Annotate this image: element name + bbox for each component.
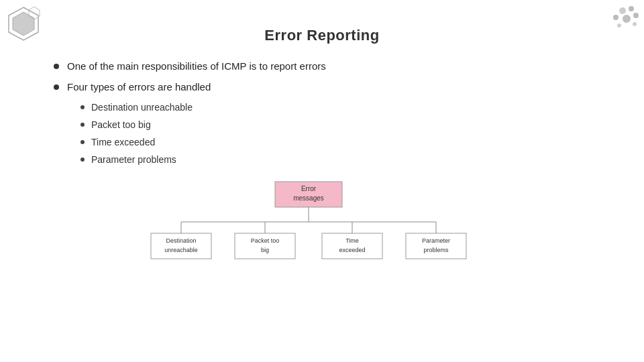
bullet-1-text: One of the main responsibilities of ICMP… (67, 60, 326, 72)
svg-point-3 (619, 7, 626, 14)
svg-text:messages: messages (293, 194, 324, 202)
bullet-2-text: Four types of errors are handled (67, 81, 211, 93)
sub-bullet-4: Parameter problems (80, 154, 604, 165)
sub-bullets: Destination unreachable Packet too big T… (54, 102, 604, 165)
svg-text:Time: Time (345, 237, 359, 244)
slide: Error Reporting One of the main responsi… (0, 0, 644, 362)
sub-text-1: Destination unreachable (91, 102, 193, 113)
svg-text:Error: Error (301, 185, 317, 192)
sub-text-4: Parameter problems (91, 154, 176, 165)
svg-point-7 (623, 15, 631, 23)
error-diagram: Error messages Destination unreachable P… (148, 178, 496, 265)
dots-decoration-top-right (602, 5, 636, 39)
svg-point-8 (633, 22, 637, 26)
slide-title: Error Reporting (40, 27, 604, 44)
sub-bullet-1: Destination unreachable (80, 102, 604, 113)
sub-bullet-3: Time exceeded (80, 137, 604, 147)
bullet-2-dot (54, 84, 59, 90)
svg-text:Packet too: Packet too (251, 237, 280, 244)
svg-text:big: big (261, 247, 269, 253)
svg-point-4 (629, 6, 634, 11)
svg-point-5 (633, 13, 639, 18)
svg-text:problems: problems (423, 247, 449, 253)
svg-text:Destination: Destination (166, 237, 196, 244)
svg-text:exceeded: exceeded (339, 247, 365, 253)
sub-text-3: Time exceeded (91, 137, 155, 147)
hex-decoration-top-left (5, 5, 42, 42)
sub-bullet-2: Packet too big (80, 119, 604, 130)
diagram-area: Error messages Destination unreachable P… (40, 178, 604, 265)
bullet-2: Four types of errors are handled (54, 81, 604, 93)
content-area: One of the main responsibilities of ICMP… (40, 60, 604, 165)
svg-text:unreachable: unreachable (164, 247, 198, 253)
svg-marker-1 (13, 12, 34, 36)
svg-text:Parameter: Parameter (422, 237, 450, 244)
sub-text-2: Packet too big (91, 119, 151, 130)
sub-dot-1 (80, 105, 85, 109)
sub-dot-4 (80, 158, 85, 162)
svg-point-9 (617, 23, 621, 27)
sub-dot-2 (80, 123, 85, 127)
bullet-1: One of the main responsibilities of ICMP… (54, 60, 604, 72)
svg-point-6 (613, 15, 619, 20)
bullet-1-dot (54, 64, 59, 69)
sub-dot-3 (80, 140, 85, 144)
